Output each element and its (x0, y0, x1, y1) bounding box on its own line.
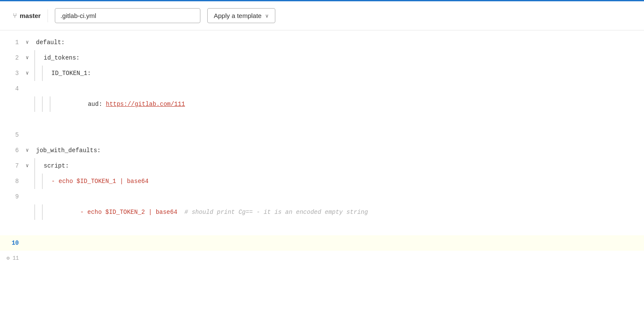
line-number: 6 (0, 143, 26, 158)
branch-selector[interactable]: ⑂ master (9, 9, 48, 22)
line-content: ∨ ID_TOKEN_1: (26, 66, 644, 81)
apply-template-button[interactable]: Apply a template ∨ (207, 8, 275, 23)
line-number: 3 (0, 66, 26, 81)
line-content: ∨ default: (26, 35, 644, 50)
code-text: aud: https://gitlab.com/111 (57, 81, 644, 127)
toolbar: ⑂ master Apply a template ∨ (0, 0, 644, 30)
code-text: - echo $ID_TOKEN_2 | base64 # should pri… (50, 189, 644, 235)
chevron-down-icon: ∨ (265, 13, 269, 19)
branch-name: master (20, 12, 41, 19)
code-comment: # should print Cg== - it is an encoded e… (177, 209, 368, 216)
line-content: - echo $ID_TOKEN_2 | base64 # should pri… (26, 189, 644, 235)
line-content: ∨ job_with_defaults: (26, 143, 644, 158)
table-row: 8 - echo $ID_TOKEN_1 | base64 (0, 174, 644, 189)
table-row: 9 - echo $ID_TOKEN_2 | base64 # should p… (0, 189, 644, 235)
table-row: 2 ∨ id_tokens: (0, 50, 644, 66)
line-number: ⚙ 11 (0, 251, 26, 266)
indent-pipe (34, 66, 42, 81)
table-row: ⚙ 11 (0, 251, 644, 266)
aud-link[interactable]: https://gitlab.com/111 (106, 101, 185, 108)
code-red: - echo $ID_TOKEN_2 | base64 (80, 209, 177, 216)
table-row: 6 ∨ job_with_defaults: (0, 143, 644, 158)
table-row: 3 ∨ ID_TOKEN_1: (0, 66, 644, 81)
line-content: aud: https://gitlab.com/111 (26, 81, 644, 127)
filename-input[interactable] (55, 8, 200, 23)
code-editor: 1 ∨ default: 2 ∨ id_tokens: 3 ∨ ID_TOKEN… (0, 30, 644, 270)
indent-pipe (34, 174, 42, 189)
code-text: id_tokens: (42, 50, 644, 66)
code-text: ID_TOKEN_1: (50, 66, 644, 81)
fold-icon[interactable]: ∨ (26, 50, 34, 66)
code-text: job_with_defaults: (34, 143, 644, 158)
fold-icon[interactable]: ∨ (26, 66, 34, 81)
fold-icon[interactable]: ∨ (26, 158, 34, 174)
line-number: 7 (0, 158, 26, 174)
line-number: 5 (0, 127, 26, 143)
code-text: default: (34, 35, 644, 50)
line-content: ∨ id_tokens: (26, 50, 644, 66)
table-row: 1 ∨ default: (0, 35, 644, 50)
indent-pipe (42, 174, 50, 189)
code-text: - echo $ID_TOKEN_1 | base64 (50, 174, 644, 189)
line-number: 8 (0, 174, 26, 189)
code-text (26, 251, 644, 266)
line-content (26, 251, 644, 266)
branch-icon: ⑂ (13, 12, 17, 20)
code-key: aud: (88, 101, 106, 108)
line-number: 10 (0, 235, 26, 251)
table-row: 5 (0, 127, 644, 143)
indent-pipe (34, 50, 42, 66)
table-row: 10 (0, 235, 644, 251)
indent-pipe (42, 66, 50, 81)
code-text (34, 127, 644, 143)
fold-icon[interactable]: ∨ (26, 143, 34, 158)
fold-icon[interactable]: ∨ (26, 35, 34, 50)
indent-pipe (34, 204, 42, 220)
line-content: - echo $ID_TOKEN_1 | base64 (26, 174, 644, 189)
line-number: 2 (0, 50, 26, 66)
table-row: 7 ∨ script: (0, 158, 644, 174)
code-text: script: (42, 158, 644, 174)
line-number: 9 (0, 189, 26, 204)
line-content (26, 235, 644, 251)
template-button-label: Apply a template (214, 12, 262, 19)
indent-pipe (50, 96, 57, 112)
line-number: 4 (0, 81, 26, 96)
code-text (34, 235, 644, 251)
indent-pipe (42, 204, 50, 220)
line-content (26, 127, 644, 143)
line-content: ∨ script: (26, 158, 644, 174)
line-number: 1 (0, 35, 26, 50)
table-row: 4 aud: https://gitlab.com/111 (0, 81, 644, 127)
indent-pipe (34, 158, 42, 174)
indent-pipe (34, 96, 42, 112)
indent-pipe (42, 96, 50, 112)
